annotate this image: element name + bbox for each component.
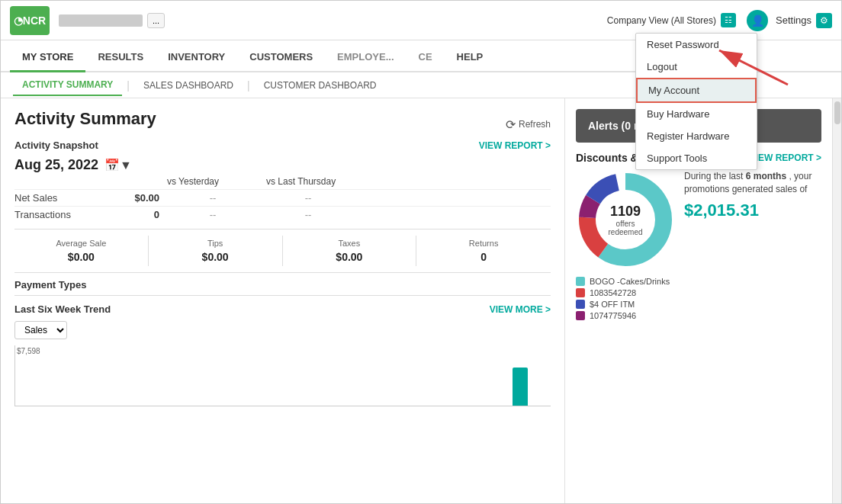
nav-customers[interactable]: CUSTOMERS [237,43,325,72]
view-more-link[interactable]: VIEW MORE > [490,304,551,315]
donut-center: 1109 offers redeemed [601,204,651,236]
nav-help[interactable]: HELP [445,43,496,72]
tips-value: $0.00 [155,251,276,263]
desc-line1: During the last [684,171,743,181]
nav-inventory[interactable]: INVENTORY [156,43,237,72]
transactions-row: Transactions 0 -- -- [14,206,551,223]
net-sales-row: Net Sales $0.00 -- -- [14,189,551,206]
dropdown-register-hardware[interactable]: Register Hardware [636,125,757,147]
offers-text: offers redeemed [601,220,651,236]
net-sales-value: $0.00 [114,192,175,204]
ellipsis-button[interactable]: ... [147,13,165,28]
settings-section: Settings ⚙ [776,13,832,28]
company-view-label: Company View (All Stores) [607,15,716,26]
sub-nav-sales-dashboard[interactable]: SALES DASHBOARD [134,75,243,95]
legend-item: $4 OFF ITM [576,300,821,309]
page-title: Activity Summary [14,109,156,129]
avg-sale-metric: Average Sale $0.00 [14,236,149,266]
dropdown-reset-password[interactable]: Reset Password [636,34,757,56]
net-sales-vs-thu: -- [251,192,365,204]
trend-chart: $7,598 [14,345,551,406]
legend-list: BOGO -Cakes/Drinks1083542728$4 OFF ITM10… [576,277,821,320]
account-dropdown: Reset Password Logout My Account Buy Har… [635,33,757,170]
calendar-icon[interactable]: 📅▼ [104,158,132,172]
company-view-icon: ☷ [721,13,736,27]
discount-amount: $2,015.31 [684,201,821,220]
transactions-vs-yday: -- [175,209,251,220]
chart-y-label: $7,598 [17,347,40,355]
nav-ce[interactable]: CE [407,43,445,72]
snapshot-label: Activity Snapshot [14,140,98,151]
discount-info: During the last 6 months , your promotio… [684,170,821,269]
sub-metrics: Average Sale $0.00 Tips $0.00 Taxes $0.0… [14,229,551,273]
top-header: ◔NCR ... Company View (All Stores) ☷ 👤 S… [1,1,841,40]
returns-label: Returns [423,239,545,248]
vs-yesterday-header: vs Yesterday [167,176,266,187]
sub-nav-sep1: | [127,79,130,91]
date-label: Aug 25, 2022 [14,157,98,173]
transactions-label: Transactions [14,209,114,220]
payment-types-label: Payment Types [14,279,551,291]
transactions-vs-thu: -- [251,209,365,220]
dropdown-logout[interactable]: Logout [636,56,757,78]
tips-label: Tips [155,239,276,248]
discounts-view-report[interactable]: VIEW REPORT > [750,152,821,163]
desc-bold: 6 months [746,171,786,181]
legend-item: BOGO -Cakes/Drinks [576,277,821,286]
discounts-content: 1109 offers redeemed During the last 6 m… [576,170,821,269]
taxes-metric: Taxes $0.00 [283,236,417,266]
legend-item: 1083542728 [576,288,821,297]
settings-label: Settings [776,14,811,26]
dropdown-support-tools[interactable]: Support Tools [636,147,757,169]
chart-bar-last [513,368,528,406]
nav-results[interactable]: RESULTS [85,43,156,72]
six-week-section: Last Six Week Trend VIEW MORE > [14,303,551,315]
company-view-selector[interactable]: Company View (All Stores) ☷ [607,13,736,27]
avg-sale-label: Average Sale [21,239,142,248]
returns-value: 0 [423,251,545,263]
sub-nav-activity-summary[interactable]: ACTIVITY SUMMARY [13,75,122,96]
ncr-logo: ◔NCR [10,6,50,35]
taxes-label: Taxes [289,239,410,248]
tips-metric: Tips $0.00 [149,236,283,266]
sub-nav-customer-dashboard[interactable]: CUSTOMER DASHBOARD [255,75,386,95]
taxes-value: $0.00 [289,251,410,263]
avg-sale-value: $0.00 [21,251,142,263]
transactions-value: 0 [114,209,175,220]
scrollbar-thumb[interactable] [834,101,840,124]
trend-dropdown[interactable]: Sales [14,321,67,339]
activity-snapshot-section: Activity Snapshot VIEW REPORT > [14,140,551,151]
logo-text: ◔NCR [14,14,46,27]
nav-employees[interactable]: EMPLOYE... [325,43,406,72]
returns-metric: Returns 0 [416,236,551,266]
six-week-label: Last Six Week Trend [14,303,111,315]
dropdown-buy-hardware[interactable]: Buy Hardware [636,103,757,125]
refresh-button[interactable]: ⟳ Refresh [506,117,551,132]
dropdown-my-account[interactable]: My Account [636,78,757,103]
discounts-offers-section: Discounts & Offers VIEW REPORT > [576,152,821,323]
donut-chart: 1109 offers redeemed [576,170,675,269]
refresh-label: Refresh [519,119,551,130]
view-report-link[interactable]: VIEW REPORT > [479,140,551,151]
vs-last-thursday-header: vs Last Thursday [266,176,381,187]
legend-item: 1074775946 [576,311,821,320]
sub-nav-sep2: | [247,79,250,91]
user-account-icon[interactable]: 👤 [747,10,768,31]
comparison-headers: vs Yesterday vs Last Thursday [14,176,551,187]
divider1 [14,295,551,296]
nav-my-store[interactable]: MY STORE [10,43,85,72]
date-row: Aug 25, 2022 📅▼ [14,157,551,173]
left-panel: Activity Summary ⟳ Refresh Activity Snap… [1,98,565,504]
refresh-icon: ⟳ [506,117,516,132]
discount-description: During the last 6 months , your promotio… [684,170,821,196]
scrollbar[interactable] [832,98,841,504]
store-name-blurred [59,14,143,27]
spacer [14,176,167,187]
net-sales-vs-yday: -- [175,192,251,204]
net-sales-label: Net Sales [14,192,114,204]
settings-gear-icon[interactable]: ⚙ [816,13,832,28]
offers-count: 1109 [601,204,651,220]
